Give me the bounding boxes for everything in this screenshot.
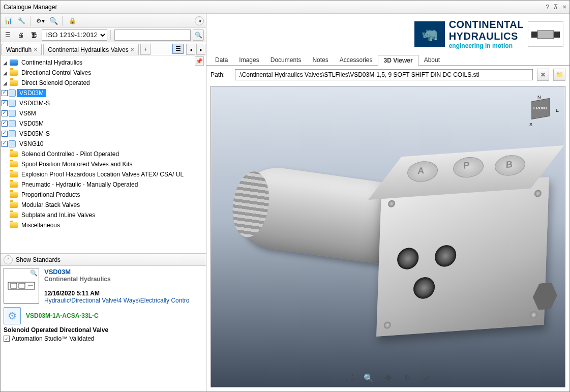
search-icon[interactable]: 🔍 xyxy=(48,15,59,26)
expander-icon[interactable]: ◢ xyxy=(2,80,9,86)
checkbox-icon[interactable] xyxy=(2,100,8,106)
checkbox-icon[interactable] xyxy=(2,131,8,137)
schematic-thumbnail[interactable]: 🔍 xyxy=(4,268,39,304)
bore-icon xyxy=(413,277,435,299)
tree-root-sibling[interactable]: Miscellaneous xyxy=(19,221,63,229)
tab-3d-viewer[interactable]: 3D Viewer xyxy=(378,55,418,66)
hex-plug-icon xyxy=(532,282,558,311)
component-manufacturer: Continental Hydraulics xyxy=(44,276,189,283)
nav-cube[interactable]: FRONT N S E xyxy=(525,96,556,126)
help-icon[interactable]: ? xyxy=(546,3,549,11)
zoom-icon[interactable]: 🔍 xyxy=(363,372,375,384)
next-tab-icon[interactable]: ▸ xyxy=(196,44,205,55)
tab-accessories[interactable]: Accessories xyxy=(334,54,378,65)
validated-row: ✓ Automation Studio™ Validated xyxy=(4,335,203,342)
tools-icon[interactable]: 🔧 xyxy=(16,15,27,26)
tree-root-sibling[interactable]: Proportional Products xyxy=(19,191,82,199)
path-input[interactable] xyxy=(235,69,533,80)
folder-icon xyxy=(10,192,18,198)
tree-group[interactable]: Directional Control Valves xyxy=(19,69,94,77)
add-tab-button[interactable]: + xyxy=(140,44,151,55)
close-icon[interactable]: × xyxy=(34,46,37,53)
solenoid-cylinder xyxy=(231,163,394,264)
chart-icon[interactable]: 📊 xyxy=(3,15,14,26)
close-icon[interactable]: × xyxy=(562,3,566,11)
compass-s: S xyxy=(529,122,532,127)
zoom-fit-icon[interactable]: ⛶ xyxy=(343,372,355,384)
valve-icon xyxy=(530,25,561,43)
tree-sibling[interactable]: Explosion Proof Hazardous Location Valve… xyxy=(19,170,186,178)
tab-about[interactable]: About xyxy=(418,54,445,65)
checkbox-icon[interactable] xyxy=(2,120,8,127)
svg-rect-1 xyxy=(11,283,17,288)
separator xyxy=(30,16,31,26)
detail-tabs: Data Images Documents Notes Accessories … xyxy=(206,54,569,66)
tree-root-sibling[interactable]: Modular Stack Valves xyxy=(19,201,82,209)
checkbox-icon[interactable]: ✓ xyxy=(4,336,10,342)
tree-item[interactable]: VSD03M-S xyxy=(17,99,52,107)
3d-model[interactable]: A P B xyxy=(226,127,550,356)
pin-icon[interactable]: ⊼ xyxy=(553,3,558,11)
3d-viewer[interactable]: FRONT N S E A P B xyxy=(211,86,565,387)
tree-root[interactable]: Continental Hydraulics xyxy=(19,58,85,67)
bolt-icon xyxy=(530,311,537,319)
pan-icon[interactable]: ✥ xyxy=(382,372,394,384)
browse-folder-icon[interactable]: 📁 xyxy=(553,69,565,81)
tab-images[interactable]: Images xyxy=(233,54,264,65)
logo-row: 🦏 CONTINENTAL HYDRAULICS engineering in … xyxy=(206,14,569,54)
filter-icon[interactable]: 🗜 xyxy=(28,29,40,41)
svg-rect-4 xyxy=(531,32,537,38)
standard-select[interactable]: ISO 1219-1:2012 xyxy=(42,29,107,41)
checkbox-icon[interactable] xyxy=(2,90,8,96)
tab-documents[interactable]: Documents xyxy=(265,54,307,65)
tree-sibling[interactable]: Pneumatic - Hydraulic - Manually Operate… xyxy=(19,180,140,189)
valve-block: A P B xyxy=(376,177,549,337)
product-thumbnail xyxy=(528,21,563,47)
search-go-icon[interactable]: 🔍 xyxy=(193,29,204,41)
fullscreen-icon[interactable]: ⤢ xyxy=(421,372,433,384)
view-toggle-icon[interactable]: ☰ xyxy=(172,44,184,54)
port-label-a: A xyxy=(417,165,425,176)
list-icon[interactable]: ☰ xyxy=(3,29,14,41)
tree-sibling[interactable]: Spool Position Monitored Valves and Kits xyxy=(19,160,135,168)
catalogue-tree[interactable]: 📌 ◢Continental Hydraulics ◢Directional C… xyxy=(1,55,206,254)
expander-icon[interactable]: ◢ xyxy=(2,60,9,66)
tree-subgroup[interactable]: Direct Solenoid Operated xyxy=(19,79,93,87)
tab-data[interactable]: Data xyxy=(209,54,233,65)
brand-line2: HYDRAULICS xyxy=(449,31,524,42)
prev-tab-icon[interactable]: ◂ xyxy=(186,44,195,55)
tree-pin-icon[interactable]: 📌 xyxy=(195,56,204,66)
tree-item[interactable]: VSD05M xyxy=(17,119,46,128)
bore-icon xyxy=(434,245,456,267)
right-pane: 🦏 CONTINENTAL HYDRAULICS engineering in … xyxy=(206,14,569,391)
bore-icon xyxy=(397,247,418,270)
component-icon xyxy=(9,130,16,137)
show-standards-bar[interactable]: ˄ Show Standards xyxy=(1,254,206,266)
magnifier-icon[interactable]: 🔍 xyxy=(30,269,38,277)
toolbar-1: 📊 🔧 ⚙▾ 🔍 🔒 ◂ xyxy=(1,14,206,28)
gear-dropdown-icon[interactable]: ⚙▾ xyxy=(35,15,46,26)
checkbox-icon[interactable] xyxy=(2,141,8,147)
search-input[interactable] xyxy=(114,29,191,41)
tree-item[interactable]: VSD05M-S xyxy=(17,130,52,138)
close-icon[interactable]: × xyxy=(131,46,134,53)
tree-item[interactable]: VS6M xyxy=(17,109,39,117)
collapse-left-icon[interactable]: ◂ xyxy=(195,16,204,25)
tree-item[interactable]: VSD03M xyxy=(17,89,46,97)
component-path[interactable]: Hydraulic\Directional Valve\4 Ways\Elect… xyxy=(44,297,189,304)
tab-wandfluh[interactable]: Wandfluh × xyxy=(2,44,42,55)
tree-root-sibling[interactable]: Subplate and InLine Valves xyxy=(19,211,98,219)
clear-path-icon[interactable]: ✖ xyxy=(537,69,549,81)
chevron-up-icon[interactable]: ˄ xyxy=(4,255,13,264)
tree-item[interactable]: VSNG10 xyxy=(17,140,46,148)
rotate-icon[interactable]: ↻ xyxy=(401,372,413,384)
expander-icon[interactable]: ◢ xyxy=(2,70,9,76)
part-number: VSD03M-1A-ACSA-33L-C xyxy=(26,312,99,319)
checkbox-icon[interactable] xyxy=(2,110,8,116)
tab-notes[interactable]: Notes xyxy=(307,54,334,65)
tree-sibling[interactable]: Solenoid Controlled - Pilot Operated xyxy=(19,150,122,158)
lock-icon[interactable]: 🔒 xyxy=(67,15,78,26)
tab-continental[interactable]: Continental Hydraulics Valves × xyxy=(43,44,139,55)
print-icon[interactable]: 🖨 xyxy=(16,29,27,41)
port-label-b: B xyxy=(506,159,513,170)
